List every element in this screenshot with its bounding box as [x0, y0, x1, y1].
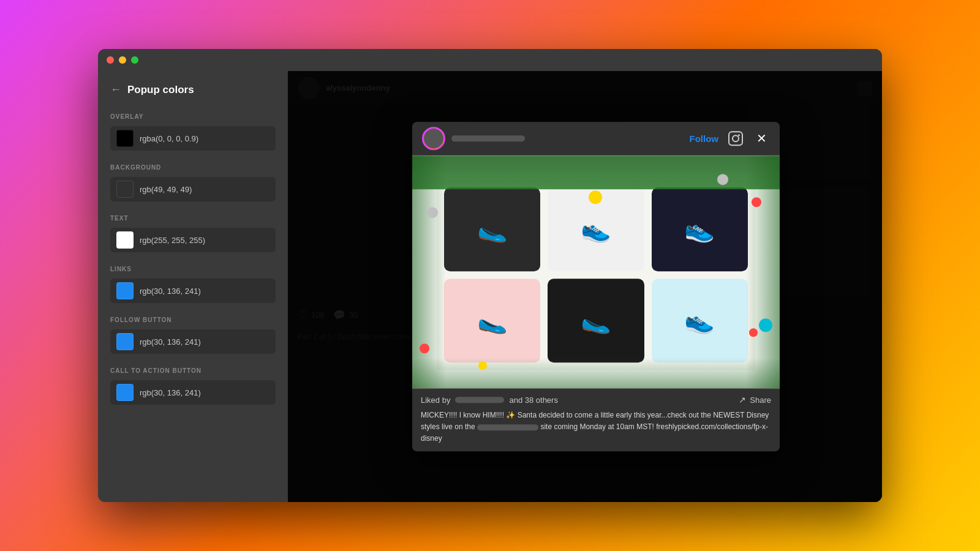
pine-bottom	[412, 358, 780, 388]
back-arrow-icon[interactable]: ←	[110, 83, 121, 96]
links-section: LINKS rgb(30, 136, 241)	[110, 266, 276, 303]
popup-caption: MICKEY!!!! I know HIM!!!! ✨ Santa decide…	[421, 410, 771, 445]
popup-avatar-inner	[424, 129, 443, 148]
ornament-7	[427, 207, 438, 218]
background-section: BACKGROUND rgb(49, 49, 49)	[110, 164, 276, 201]
links-label: LINKS	[110, 266, 276, 272]
ornament-6	[478, 361, 487, 370]
panel-header: ← Popup colors	[110, 83, 276, 96]
popup-username-placeholder	[451, 135, 525, 141]
popup-bottom: Liked by and 38 others ↗ Share MICKEY!!!…	[412, 388, 780, 451]
shoe-item-6: 👟	[652, 279, 748, 362]
popup-user-row	[422, 127, 525, 150]
popup-caption-link[interactable]	[477, 424, 538, 430]
text-color-row[interactable]: rgb(255, 255, 255)	[110, 228, 276, 252]
follow-button-color-row[interactable]: rgb(30, 136, 241)	[110, 329, 276, 354]
shoe-item-1: 🥿	[444, 187, 540, 271]
links-color-row[interactable]: rgb(30, 136, 241)	[110, 279, 276, 303]
follow-button-value: rgb(30, 136, 241)	[140, 337, 201, 347]
pine-left	[412, 156, 446, 388]
cta-button-color-row[interactable]: rgb(30, 136, 241)	[110, 380, 276, 405]
left-panel: ← Popup colors OVERLAY rgba(0, 0, 0, 0.9…	[98, 71, 288, 502]
background-label: BACKGROUND	[110, 164, 276, 171]
follow-button-section: FOLLOW BUTTON rgb(30, 136, 241)	[110, 317, 276, 354]
liked-row: Liked by and 38 others ↗ Share	[421, 395, 771, 405]
liked-name-placeholder	[455, 397, 504, 403]
cta-button-swatch	[116, 384, 134, 401]
popup-overlay: Follow ✕	[288, 71, 882, 502]
shoe-item-4: 🥿	[444, 279, 540, 362]
instagram-icon[interactable]	[728, 131, 743, 146]
liked-by-label: Liked by	[421, 395, 450, 405]
title-bar	[98, 49, 882, 71]
cta-button-value: rgb(30, 136, 241)	[140, 388, 201, 397]
links-swatch	[116, 282, 134, 299]
follow-button[interactable]: Follow	[690, 133, 719, 144]
text-swatch	[116, 231, 134, 249]
panel-title: Popup colors	[127, 84, 194, 96]
instagram-area: alyssalynndenny ♡ 106 💬 30 P	[288, 71, 882, 502]
popup-avatar	[422, 127, 445, 150]
text-value: rgb(255, 255, 255)	[140, 236, 205, 245]
follow-button-label: FOLLOW BUTTON	[110, 317, 276, 323]
overlay-label: OVERLAY	[110, 113, 276, 120]
close-button[interactable]: ✕	[753, 130, 770, 147]
fullscreen-traffic-light[interactable]	[131, 56, 138, 64]
share-icon: ↗	[739, 395, 746, 405]
overlay-swatch	[116, 130, 134, 147]
popup-header-right: Follow ✕	[690, 130, 771, 147]
pine-right	[746, 156, 780, 388]
overlay-value: rgba(0, 0, 0, 0.9)	[140, 134, 198, 143]
minimize-traffic-light[interactable]	[119, 56, 126, 64]
text-label: TEXT	[110, 215, 276, 222]
shoe-item-3: 👟	[652, 187, 748, 271]
ornament-1	[589, 190, 602, 204]
links-value: rgb(30, 136, 241)	[140, 287, 201, 296]
share-label: Share	[750, 395, 771, 405]
ornament-4	[759, 318, 772, 332]
popup-header: Follow ✕	[412, 122, 780, 156]
background-value: rgb(49, 49, 49)	[140, 185, 192, 194]
follow-button-swatch	[116, 333, 134, 350]
cta-button-label: CALL TO ACTION BUTTON	[110, 367, 276, 374]
liked-by-section: Liked by and 38 others	[421, 395, 558, 405]
close-traffic-light[interactable]	[107, 56, 114, 64]
cta-button-section: CALL TO ACTION BUTTON rgb(30, 136, 241)	[110, 367, 276, 405]
traffic-lights	[107, 56, 138, 64]
main-content: ← Popup colors OVERLAY rgba(0, 0, 0, 0.9…	[98, 71, 882, 502]
shoe-item-5: 🥿	[548, 279, 644, 362]
browser-window: ← Popup colors OVERLAY rgba(0, 0, 0, 0.9…	[98, 49, 882, 502]
popup-card: Follow ✕	[412, 122, 780, 451]
background-swatch	[116, 181, 134, 198]
share-button[interactable]: ↗ Share	[739, 395, 771, 405]
ornament-5	[420, 343, 429, 353]
overlay-section: OVERLAY rgba(0, 0, 0, 0.9)	[110, 113, 276, 151]
background-color-row[interactable]: rgb(49, 49, 49)	[110, 177, 276, 201]
popup-image: 🥿 👟 👟 🥿 🥿 👟	[412, 156, 780, 388]
text-section: TEXT rgb(255, 255, 255)	[110, 215, 276, 252]
liked-and-others: and 38 others	[509, 395, 558, 405]
overlay-color-row[interactable]: rgba(0, 0, 0, 0.9)	[110, 126, 276, 151]
shoe-grid: 🥿 👟 👟 🥿 🥿 👟	[437, 180, 755, 370]
